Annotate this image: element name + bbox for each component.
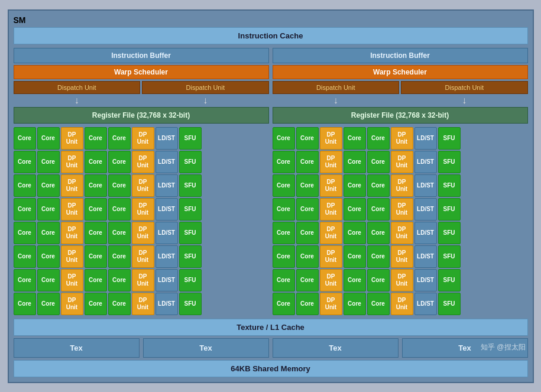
- core: Core: [296, 174, 319, 197]
- left-row-4: Core Core DPUnit Core Core DPUnit LD/ST …: [14, 198, 269, 221]
- dp-unit: DPUnit: [391, 198, 413, 221]
- ld-st: LD/ST: [156, 151, 178, 173]
- core: Core: [37, 151, 60, 173]
- dp-unit: DPUnit: [320, 174, 342, 197]
- dp-unit: DPUnit: [61, 269, 83, 291]
- core: Core: [14, 293, 36, 315]
- dp-unit: DPUnit: [391, 174, 413, 197]
- core: Core: [108, 245, 131, 268]
- right-row-1: Core Core DPUnit Core Core DPUnit LD/ST …: [273, 127, 528, 150]
- core: Core: [85, 245, 107, 268]
- dp-unit: DPUnit: [391, 222, 413, 244]
- sfu: SFU: [179, 127, 202, 150]
- ld-st: LD/ST: [414, 245, 437, 268]
- tex-unit-2: Tex: [143, 338, 269, 358]
- left-instruction-buffer: Instruction Buffer: [14, 48, 269, 63]
- sfu: SFU: [179, 245, 202, 268]
- core: Core: [14, 269, 36, 291]
- dp-unit: DPUnit: [132, 269, 154, 291]
- right-row-5: Core Core DPUnit Core Core DPUnit LD/ST …: [273, 222, 528, 244]
- core: Core: [37, 222, 60, 244]
- dp-unit: DPUnit: [61, 245, 83, 268]
- dp-unit: DPUnit: [320, 222, 342, 244]
- dp-unit: DPUnit: [132, 245, 154, 268]
- core: Core: [108, 198, 131, 221]
- dp-unit: DPUnit: [391, 127, 413, 150]
- core: Core: [273, 174, 295, 197]
- core: Core: [296, 127, 319, 150]
- ld-st: LD/ST: [414, 293, 437, 315]
- core: Core: [344, 127, 366, 150]
- left-dispatch-unit-1: Dispatch Unit: [14, 81, 141, 94]
- sfu: SFU: [179, 293, 202, 315]
- dp-unit: DPUnit: [391, 293, 413, 315]
- dp-unit: DPUnit: [61, 198, 83, 221]
- right-instruction-buffer: Instruction Buffer: [273, 48, 528, 63]
- core: Core: [85, 151, 107, 173]
- core: Core: [367, 222, 390, 244]
- right-dispatch-row: Dispatch Unit Dispatch Unit: [273, 81, 528, 94]
- right-arrow-row: ↓ ↓: [273, 96, 528, 105]
- core: Core: [296, 222, 319, 244]
- ld-st: LD/ST: [156, 269, 178, 291]
- sfu: SFU: [438, 174, 461, 197]
- right-cores-grid: Core Core DPUnit Core Core DPUnit LD/ST …: [273, 127, 528, 315]
- dp-unit: DPUnit: [391, 245, 413, 268]
- dp-unit: DPUnit: [320, 245, 342, 268]
- core: Core: [37, 245, 60, 268]
- ld-st: LD/ST: [414, 151, 437, 173]
- sfu: SFU: [438, 151, 461, 173]
- ld-st: LD/ST: [414, 222, 437, 244]
- dp-unit: DPUnit: [61, 174, 83, 197]
- ld-st: LD/ST: [156, 293, 178, 315]
- right-row-6: Core Core DPUnit Core Core DPUnit LD/ST …: [273, 245, 528, 268]
- left-row-5: Core Core DPUnit Core Core DPUnit LD/ST …: [14, 222, 269, 244]
- sfu: SFU: [438, 269, 461, 291]
- dp-unit: DPUnit: [132, 293, 154, 315]
- left-half: Instruction Buffer Warp Scheduler Dispat…: [14, 48, 269, 315]
- dp-unit: DPUnit: [132, 198, 154, 221]
- right-dispatch-unit-2: Dispatch Unit: [401, 81, 528, 94]
- dp-unit: DPUnit: [61, 293, 83, 315]
- ld-st: LD/ST: [156, 174, 178, 197]
- dp-unit: DPUnit: [320, 198, 342, 221]
- tex-unit-1: Tex: [14, 338, 140, 358]
- left-register-file: Register File (32,768 x 32-bit): [14, 107, 269, 124]
- core: Core: [108, 127, 131, 150]
- core: Core: [344, 293, 366, 315]
- instruction-cache: Instruction Cache: [14, 27, 528, 44]
- core: Core: [108, 293, 131, 315]
- left-row-6: Core Core DPUnit Core Core DPUnit LD/ST …: [14, 245, 269, 268]
- core: Core: [273, 293, 295, 315]
- core: Core: [367, 293, 390, 315]
- right-row-8: Core Core DPUnit Core Core DPUnit LD/ST …: [273, 293, 528, 315]
- dp-unit: DPUnit: [61, 127, 83, 150]
- right-dispatch-unit-1: Dispatch Unit: [273, 81, 400, 94]
- core: Core: [367, 151, 390, 173]
- core: Core: [273, 127, 295, 150]
- core: Core: [273, 198, 295, 221]
- core: Core: [273, 245, 295, 268]
- left-cores-grid: Core Core DPUnit Core Core DPUnit LD/ST …: [14, 127, 269, 315]
- ld-st: LD/ST: [414, 198, 437, 221]
- sm-container: SM Instruction Cache Instruction Buffer …: [8, 9, 534, 383]
- core: Core: [37, 174, 60, 197]
- right-row-3: Core Core DPUnit Core Core DPUnit LD/ST …: [273, 174, 528, 197]
- core: Core: [344, 174, 366, 197]
- left-row-2: Core Core DPUnit Core Core DPUnit LD/ST …: [14, 151, 269, 173]
- core: Core: [37, 198, 60, 221]
- ld-st: LD/ST: [156, 222, 178, 244]
- right-arrow-1: ↓: [273, 96, 400, 105]
- sfu: SFU: [179, 222, 202, 244]
- core: Core: [296, 198, 319, 221]
- core: Core: [344, 245, 366, 268]
- texture-l1-cache: Texture / L1 Cache: [14, 319, 528, 336]
- watermark: 知乎 @捏太阳: [481, 342, 526, 352]
- dp-unit: DPUnit: [320, 293, 342, 315]
- core: Core: [296, 269, 319, 291]
- right-row-4: Core Core DPUnit Core Core DPUnit LD/ST …: [273, 198, 528, 221]
- core: Core: [273, 222, 295, 244]
- left-dispatch-row: Dispatch Unit Dispatch Unit: [14, 81, 269, 94]
- core: Core: [85, 174, 107, 197]
- right-register-file: Register File (32,768 x 32-bit): [273, 107, 528, 124]
